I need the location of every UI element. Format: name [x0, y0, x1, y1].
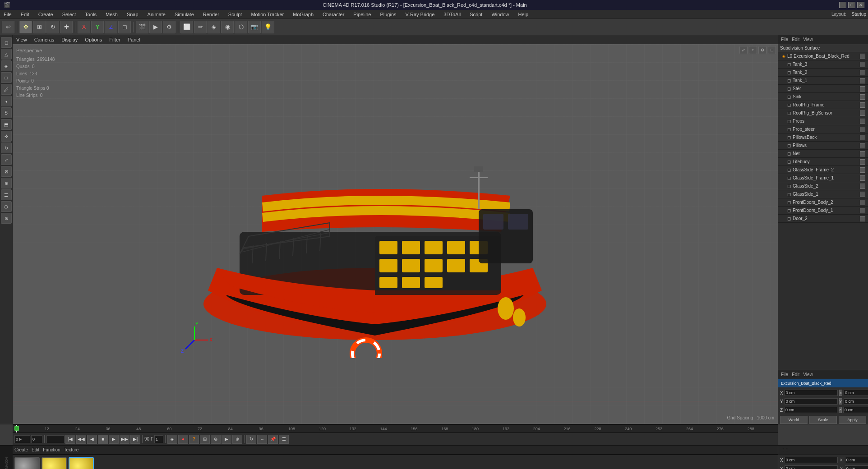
play-button[interactable]: ▶ — [109, 435, 119, 444]
extra-button[interactable]: ⊕ — [232, 435, 242, 444]
current-frame-input[interactable] — [14, 435, 30, 443]
z-size-input[interactable] — [843, 407, 868, 413]
playback-speed[interactable] — [46, 435, 65, 443]
apply-button[interactable]: Apply — [839, 416, 866, 424]
viewport-settings-icon[interactable]: ⚙ — [758, 46, 766, 54]
scene-item-props[interactable]: ◻ Props — [778, 117, 868, 125]
scene-item-frontdoors-body2[interactable]: ◻ FrontDoors_Body_2 — [778, 198, 868, 207]
sidebar-mesh-button[interactable]: △ — [1, 49, 12, 60]
menu-edit[interactable]: Edit — [19, 11, 31, 18]
scene-item-glassside1[interactable]: ◻ GlassSide_1 — [778, 190, 868, 198]
material-item-1[interactable]: Tourist_1 — [14, 457, 40, 469]
lifebuoy-check[interactable] — [860, 159, 865, 165]
sidebar-paint-button[interactable]: ◈ — [1, 60, 12, 71]
sidebar-axis-button[interactable]: ⊕ — [1, 178, 12, 189]
minimize-button[interactable]: _ — [839, 2, 846, 8]
object-light-button[interactable]: 💡 — [262, 21, 274, 33]
glassside-frame1-check[interactable] — [860, 175, 865, 181]
x-size-input[interactable] — [844, 390, 868, 396]
keyframe-button[interactable]: ◈ — [167, 435, 177, 444]
bottom-y-pos[interactable] — [785, 465, 838, 469]
menu-tools[interactable]: Tools — [83, 11, 98, 18]
viewport-maximize-icon[interactable]: □ — [768, 46, 776, 54]
bottom-x-size[interactable] — [845, 457, 868, 463]
sidebar-layer-button[interactable]: ☰ — [1, 189, 12, 200]
tab-edit[interactable]: Edit — [792, 37, 799, 42]
scene-item-glassside-frame2[interactable]: ◻ GlassSide_Frame_2 — [778, 166, 868, 174]
tank2-visibility-check[interactable] — [860, 70, 865, 75]
scene-item-tank2[interactable]: ◻ Tank_2 — [778, 69, 868, 77]
scene-item-tank3[interactable]: ◻ Tank_3 — [778, 60, 868, 69]
sidebar-model-button[interactable]: ◻ — [1, 37, 12, 48]
scene-item-frontdoors-body1[interactable]: ◻ FrontDoors_Body_1 — [778, 207, 868, 215]
world-button[interactable]: World — [780, 416, 808, 424]
rotate-tool-button[interactable]: ↻ — [46, 21, 59, 33]
menu-help[interactable]: Help — [517, 11, 531, 18]
options-button[interactable]: ☰ — [279, 435, 289, 444]
sidebar-select-button[interactable]: ⬒ — [1, 119, 12, 130]
menu-pipeline[interactable]: Pipeline — [351, 11, 373, 18]
plus-button[interactable]: ✚ — [60, 21, 73, 33]
menu-render[interactable]: Render — [201, 11, 221, 18]
autokey-button[interactable]: ● — [178, 435, 188, 444]
scene-item-glassside2[interactable]: ◻ GlassSide_2 — [778, 182, 868, 190]
sidebar-bp-button[interactable]: 🖊 — [1, 84, 12, 95]
sidebar-move-button[interactable]: ✛ — [1, 131, 12, 142]
scene-item-pillowsback[interactable]: ◻ PillowsBack — [778, 133, 868, 142]
scene-item-tank1[interactable]: ◻ Tank_1 — [778, 77, 868, 85]
scene-item-pillows[interactable]: ◻ Pillows — [778, 142, 868, 150]
props-check[interactable] — [860, 119, 865, 124]
mat-tab-function[interactable]: Function — [43, 447, 60, 452]
sidebar-uv-button[interactable]: □ — [1, 72, 12, 83]
tank1-visibility-check[interactable] — [860, 78, 865, 83]
material-item-2[interactable]: Tourist_2 — [42, 457, 67, 469]
stop-button[interactable]: ■ — [98, 435, 108, 444]
menu-script[interactable]: Script — [468, 11, 484, 18]
object-mode-button[interactable]: ◻ — [118, 21, 131, 33]
viewport-lock-icon[interactable]: + — [749, 46, 757, 54]
loop-button[interactable]: ↻ — [246, 435, 256, 444]
go-to-end-button[interactable]: ▶| — [130, 435, 140, 444]
render-settings-button[interactable]: ⚙ — [163, 21, 175, 33]
sidebar-rotate2-button[interactable]: ↻ — [1, 143, 12, 153]
material-item-3[interactable]: Tourist_3 — [69, 457, 94, 469]
sink-visibility-check[interactable] — [860, 94, 865, 100]
scene-item-net[interactable]: ◻ Net — [778, 150, 868, 158]
y-size-input[interactable] — [844, 398, 868, 405]
scene-item-door2[interactable]: ◻ Door_2 — [778, 215, 868, 223]
root-visibility-check[interactable] — [860, 54, 865, 59]
viewport-menu-cameras[interactable]: Cameras — [32, 37, 56, 42]
material-ball-1[interactable] — [14, 457, 40, 469]
roofrig-sensor-check[interactable] — [860, 110, 865, 116]
glassside-frame2-check[interactable] — [860, 167, 865, 173]
scene-item-ster[interactable]: ◻ Stér — [778, 85, 868, 93]
y-axis-button[interactable]: Y — [91, 21, 104, 33]
sidebar-extra-button[interactable]: ⊛ — [1, 213, 12, 224]
pillows-check[interactable] — [860, 143, 865, 148]
sidebar-scale-button[interactable]: ⤢ — [1, 154, 12, 165]
timeline-ruler[interactable]: 0122436486072849610812013214415616818019… — [13, 424, 778, 432]
render-button[interactable]: ▶ — [149, 21, 162, 33]
viewport-expand-icon[interactable]: ⤢ — [739, 46, 748, 54]
menu-3dtoall[interactable]: 3DToAll — [442, 11, 462, 18]
menu-simulate[interactable]: Simulate — [173, 11, 196, 18]
bottom-y-size[interactable] — [845, 465, 868, 469]
menu-create[interactable]: Create — [37, 11, 55, 18]
maximize-button[interactable]: □ — [848, 2, 855, 8]
menu-mesh[interactable]: Mesh — [104, 11, 120, 18]
menu-snap[interactable]: Snap — [125, 11, 140, 18]
bounce-button[interactable]: ↔ — [257, 435, 267, 444]
object-nurbs-button[interactable]: ◈ — [208, 21, 220, 33]
sidebar-snap-button[interactable]: ⊠ — [1, 166, 12, 177]
mat-tab-texture[interactable]: Texture — [64, 447, 79, 452]
material-ball-2[interactable] — [42, 457, 67, 469]
record-button[interactable]: ? — [189, 435, 199, 444]
y-pos-input[interactable] — [785, 398, 838, 405]
viewport-menu-panel[interactable]: Panel — [126, 37, 142, 42]
bottom-x-pos[interactable] — [785, 457, 838, 463]
viewport-menu-options[interactable]: Options — [83, 37, 104, 42]
motion-button[interactable]: ⊞ — [200, 435, 210, 444]
glassside1-check[interactable] — [860, 192, 865, 197]
viewport-3d[interactable]: Perspective Triangles 2691148 Quads 0 Li… — [13, 44, 778, 424]
tab-file[interactable]: File — [781, 37, 788, 42]
